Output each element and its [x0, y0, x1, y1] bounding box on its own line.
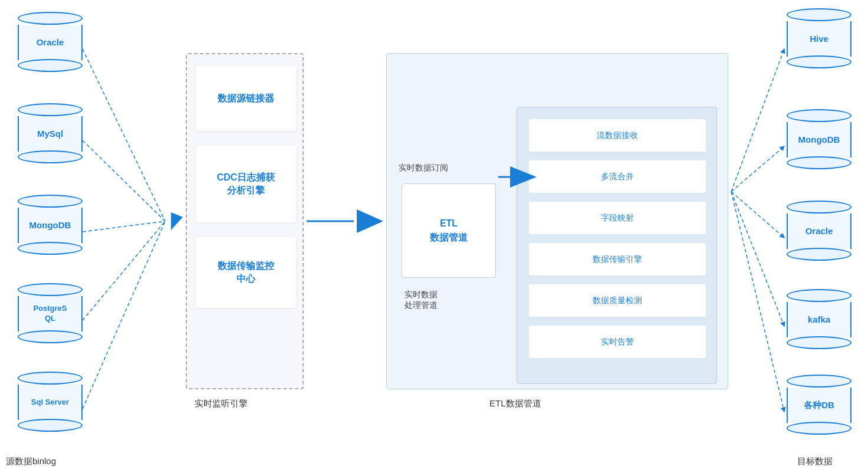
cylinder-bottom [18, 59, 83, 72]
monitor-to-etl-arrow [357, 209, 383, 233]
mongodb-src-label: MongoDB [18, 208, 83, 243]
cdc-engine-card: CDC日志捕获 分析引擎 [196, 146, 296, 222]
monitor-arrow-tip [171, 212, 183, 230]
oracle-src-label: Oracle [18, 25, 83, 60]
mysql-src-db: MySql [18, 103, 83, 163]
architecture-diagram: Oracle MySql MongoDB PostgreSQL Sql Serv… [0, 0, 868, 476]
oracle-to-monitor-line [83, 49, 165, 221]
sqlserver-to-monitor-line [83, 221, 165, 409]
to-hive-line [731, 49, 784, 192]
various-db-target-label: 各种DB [787, 388, 851, 423]
kafka-target-db: kafka [787, 289, 851, 349]
mongodb-target-label: MongoDB [787, 122, 851, 157]
step-data-quality: 数据质量检测 [529, 284, 706, 317]
to-kafka-line [731, 192, 784, 326]
step-stream-receive: 流数据接收 [529, 119, 706, 152]
source-label: 源数据binlog [6, 456, 56, 467]
mongodb-target-db: MongoDB [787, 109, 851, 169]
to-mongodb-line [731, 146, 784, 192]
target-label: 目标数据 [797, 456, 833, 467]
step-realtime-alert: 实时告警 [529, 326, 706, 358]
step-multi-stream-merge: 多流合并 [529, 160, 706, 193]
postgresql-to-monitor-line [83, 221, 165, 320]
kafka-target-label: kafka [787, 302, 851, 337]
step-data-transfer-engine: 数据传输引擎 [529, 243, 706, 275]
monitor-engine-box: 数据源链接器 CDC日志捕获 分析引擎 数据传输监控 中心 [186, 53, 304, 389]
cylinder-top [18, 12, 83, 25]
to-oracle-line [731, 192, 784, 238]
etl-outer-box: 实时数据订阅 ETL 数据管道 实时数据 处理管道 流数据接收 多流合并 字段映… [386, 53, 728, 389]
postgresql-src-label: PostgreSQL [18, 296, 83, 331]
to-various-db-line [731, 192, 784, 412]
oracle-target-db: Oracle [787, 201, 851, 261]
data-transfer-monitor-card: 数据传输监控 中心 [196, 237, 296, 308]
mysql-to-monitor-line [83, 140, 165, 221]
oracle-target-label: Oracle [787, 214, 851, 249]
mongodb-to-monitor-line [83, 221, 165, 232]
postgresql-src-db: PostgreSQL [18, 283, 83, 343]
steps-box: 流数据接收 多流合并 字段映射 数据传输引擎 数据质量检测 实时告警 [517, 107, 717, 384]
etl-pipeline-label: ETL数据管道 [489, 398, 541, 409]
step-field-mapping: 字段映射 [529, 202, 706, 234]
etl-inner-box: ETL 数据管道 [402, 183, 496, 278]
pipeline-label: 实时数据 处理管道 [405, 290, 438, 311]
mysql-src-label: MySql [18, 116, 83, 152]
hive-target-db: Hive [787, 8, 851, 68]
various-db-target-db: 各种DB [787, 375, 851, 435]
sqlserver-src-label: Sql Server [18, 385, 83, 420]
hive-target-label: Hive [787, 21, 851, 57]
sqlserver-src-db: Sql Server [18, 372, 83, 432]
data-source-connector-card: 数据源链接器 [196, 66, 296, 131]
oracle-src-db: Oracle [18, 12, 83, 72]
subscription-label: 实时数据订阅 [399, 163, 448, 173]
monitor-engine-label: 实时监听引擎 [195, 398, 248, 409]
mongodb-src-db: MongoDB [18, 195, 83, 255]
